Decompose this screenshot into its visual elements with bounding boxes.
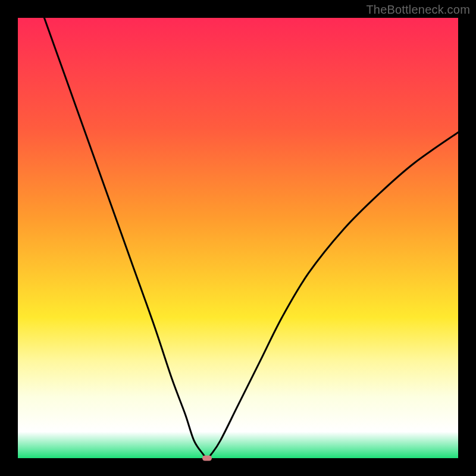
attribution-text: TheBottleneck.com — [366, 3, 470, 17]
curve-svg — [18, 18, 458, 458]
bottleneck-curve — [44, 18, 458, 458]
min-marker — [202, 456, 212, 461]
plot-area — [18, 18, 458, 458]
chart-root: TheBottleneck.com — [0, 0, 476, 476]
